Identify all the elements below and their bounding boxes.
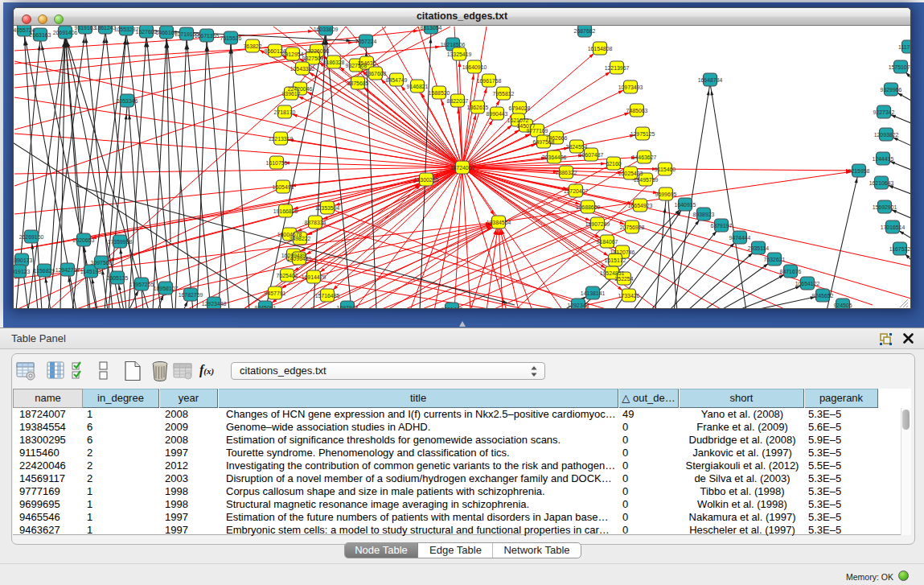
svg-text:8471676: 8471676 (780, 269, 802, 274)
svg-text:8878334: 8878334 (305, 220, 326, 225)
svg-text:1292344: 1292344 (568, 303, 589, 308)
svg-text:16914479: 16914479 (302, 274, 326, 280)
svg-text:924505: 924505 (834, 303, 852, 308)
svg-text:16210643: 16210643 (869, 180, 894, 186)
svg-text:3097568: 3097568 (91, 260, 113, 266)
svg-text:15720407: 15720407 (564, 188, 589, 194)
svg-text:20691406: 20691406 (53, 30, 78, 35)
svg-text:14138141: 14138141 (581, 290, 606, 296)
svg-text:1861243: 1861243 (95, 26, 117, 31)
svg-text:16654923: 16654923 (628, 203, 653, 208)
svg-text:1527602: 1527602 (136, 29, 158, 35)
svg-text:20364436: 20364436 (542, 154, 567, 160)
svg-text:8454749: 8454749 (386, 77, 408, 83)
svg-text:9329966: 9329966 (881, 87, 902, 93)
svg-text:18640910: 18640910 (462, 64, 487, 70)
svg-text:3875685: 3875685 (347, 80, 369, 86)
svg-text:19384554: 19384554 (487, 220, 511, 225)
svg-text:9699695: 9699695 (655, 192, 677, 197)
svg-text:19218506: 19218506 (441, 42, 466, 47)
svg-text:12213319: 12213319 (269, 136, 294, 142)
svg-text:2718170: 2718170 (274, 109, 296, 115)
svg-text:16782759: 16782759 (179, 292, 203, 298)
svg-text:2053346: 2053346 (117, 98, 138, 104)
svg-text:12942737: 12942737 (55, 267, 80, 273)
svg-text:1167532: 1167532 (889, 246, 910, 252)
svg-text:16154808: 16154808 (588, 46, 613, 51)
svg-text:9215958: 9215958 (848, 168, 870, 174)
svg-text:7955812: 7955812 (493, 91, 515, 97)
svg-text:15692901: 15692901 (873, 204, 897, 210)
svg-text:18907249: 18907249 (585, 221, 610, 227)
svg-text:1615172: 1615172 (605, 257, 626, 263)
svg-text:1640915: 1640915 (675, 202, 696, 208)
svg-text:10607487: 10607487 (579, 152, 604, 158)
svg-text:1621072: 1621072 (507, 117, 529, 123)
svg-text:13226058: 13226058 (305, 48, 330, 54)
svg-text:2020653: 2020653 (73, 237, 95, 243)
svg-text:7386322: 7386322 (556, 170, 577, 175)
svg-text:3390173: 3390173 (14, 257, 33, 263)
svg-text:1362615: 1362615 (467, 105, 489, 110)
svg-text:18300295: 18300295 (414, 177, 439, 183)
svg-text:8938923: 8938923 (693, 212, 715, 217)
svg-text:10973493: 10973493 (618, 84, 643, 90)
svg-text:7515526: 7515526 (220, 35, 242, 41)
svg-text:2505135: 2505135 (107, 275, 129, 281)
svg-text:939617: 939617 (282, 91, 301, 97)
svg-text:10654122: 10654122 (795, 281, 820, 286)
svg-text:18495759: 18495759 (634, 177, 659, 183)
svg-text:6379197: 6379197 (711, 223, 733, 229)
svg-text:13325419: 13325419 (447, 51, 472, 57)
svg-text:9245091: 9245091 (255, 305, 277, 309)
svg-text:14463627: 14463627 (632, 154, 657, 160)
svg-text:1145193: 1145193 (80, 269, 101, 274)
svg-text:2367608: 2367608 (365, 71, 387, 76)
svg-text:9245652: 9245652 (812, 293, 834, 299)
svg-text:9146821: 9146821 (407, 84, 429, 89)
svg-text:1117302: 1117302 (898, 44, 910, 50)
svg-text:8186328: 8186328 (323, 60, 345, 65)
svg-text:1588520: 1588520 (429, 90, 450, 96)
svg-text:3498222: 3498222 (290, 236, 311, 241)
svg-text:12923448: 12923448 (202, 301, 227, 307)
svg-text:12093822: 12093822 (874, 132, 899, 138)
svg-text:18120746: 18120746 (610, 249, 635, 255)
svg-text:12353594: 12353594 (315, 205, 340, 211)
svg-text:2935114: 2935114 (748, 245, 769, 251)
svg-text:1697942: 1697942 (337, 305, 359, 309)
svg-text:9319163: 9319163 (75, 26, 97, 31)
svg-text:8822037: 8822037 (447, 98, 469, 104)
svg-text:763822: 763822 (244, 43, 262, 49)
svg-text:12213967: 12213967 (605, 65, 630, 71)
svg-text:16671355: 16671355 (195, 33, 220, 39)
svg-text:6794028: 6794028 (509, 105, 531, 111)
svg-text:9474444: 9474444 (729, 235, 751, 241)
svg-text:17016514: 17016514 (881, 225, 906, 230)
svg-text:9777169: 9777169 (527, 128, 548, 134)
svg-text:7632621: 7632621 (764, 257, 786, 262)
svg-text:3824554: 3824554 (566, 144, 588, 150)
svg-text:18724007: 18724007 (450, 165, 475, 171)
svg-text:1733426: 1733426 (618, 293, 640, 299)
svg-text:7462666: 7462666 (546, 135, 568, 141)
svg-text:8813054: 8813054 (421, 26, 442, 31)
svg-text:17957255: 17957255 (129, 282, 154, 287)
svg-text:10688609: 10688609 (576, 204, 601, 210)
svg-text:10958107: 10958107 (154, 286, 179, 291)
svg-text:252254: 252254 (615, 276, 634, 282)
svg-text:12975125: 12975125 (630, 131, 655, 137)
svg-text:9457791: 9457791 (265, 290, 286, 296)
svg-text:7485063: 7485063 (626, 108, 648, 113)
svg-text:9115460: 9115460 (655, 167, 676, 172)
svg-text:10543382: 10543382 (290, 66, 315, 72)
svg-text:7357224: 7357224 (355, 39, 377, 44)
svg-text:1610755: 1610755 (266, 160, 288, 166)
svg-text:9227342: 9227342 (873, 109, 895, 115)
svg-text:1605498: 1605498 (273, 184, 294, 190)
svg-text:15751074: 15751074 (889, 64, 910, 70)
svg-text:1156829: 1156829 (34, 268, 55, 274)
svg-text:17359938: 17359938 (108, 239, 133, 245)
svg-text:3912954: 3912954 (282, 51, 304, 57)
svg-text:1244415: 1244415 (873, 156, 894, 162)
